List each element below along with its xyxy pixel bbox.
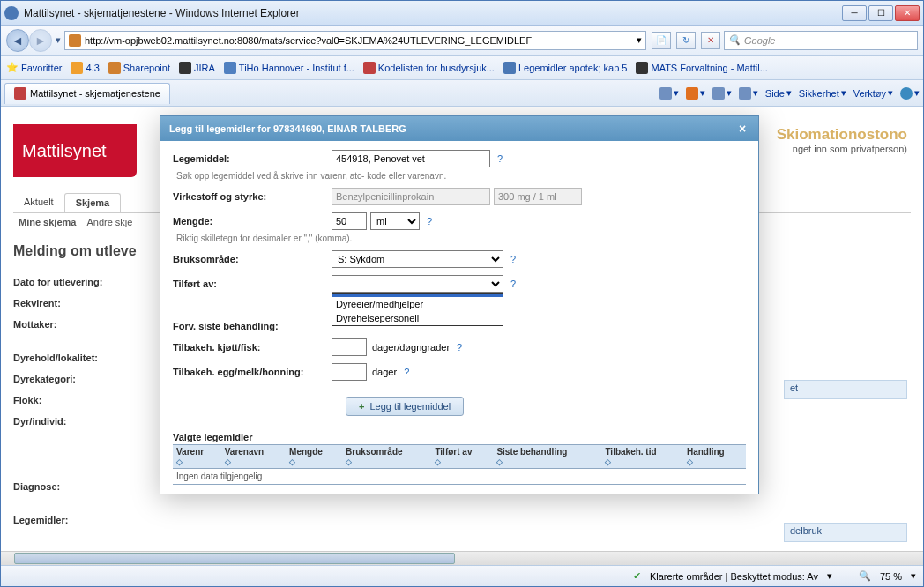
feeds-button[interactable]: ▾ xyxy=(686,87,705,100)
refresh-button[interactable]: ↻ xyxy=(676,32,696,49)
col-siste-behandling[interactable]: Siste behandling◇ xyxy=(493,445,601,469)
label-dato: Dato for utlevering: xyxy=(13,277,145,287)
site-icon xyxy=(363,62,376,74)
site-icon xyxy=(636,62,648,74)
fav-item-kodelisten[interactable]: Kodelisten for husdyrsjuk... xyxy=(363,62,495,74)
subtab-andre[interactable]: Andre skje xyxy=(86,217,132,227)
window-title: Mattilsynet - skjematjenestene - Windows… xyxy=(24,7,842,19)
compat-button[interactable]: 📄 xyxy=(652,32,671,49)
bg-stub-1[interactable]: et xyxy=(784,380,907,399)
label-tilfort: Tilført av: xyxy=(173,279,332,289)
address-bar[interactable]: http://vm-opjbweb02.mattilsynet.no:8080/… xyxy=(64,31,646,50)
horizontal-scrollbar[interactable] xyxy=(1,551,923,565)
fav-item-jira[interactable]: JIRA xyxy=(179,62,215,74)
stop-button[interactable]: ✕ xyxy=(701,32,720,49)
tab-aktuelt[interactable]: Aktuelt xyxy=(13,193,64,212)
site-icon xyxy=(503,62,516,74)
tilfort-option-dyrehelse[interactable]: Dyrehelsepersonell xyxy=(332,311,503,325)
bg-stub-2[interactable]: delbruk xyxy=(784,523,907,542)
label-rekvirent: Rekvirent: xyxy=(13,298,145,308)
help-icon[interactable]: ? xyxy=(510,279,516,289)
tab-bar: Mattilsynet - skjematjenestene ▾ ▾ ▾ ▾ S… xyxy=(1,80,923,107)
dialog-titlebar: Legg til legemidler for 978344690, EINAR… xyxy=(160,116,758,141)
favorites-button[interactable]: ⭐Favoritter xyxy=(6,62,62,73)
ie-icon xyxy=(4,6,19,20)
help-button[interactable]: ▾ xyxy=(900,87,920,100)
add-legemiddel-button[interactable]: + Legg til legemiddel xyxy=(346,397,464,416)
add-legemidler-dialog: Legg til legemidler for 978344690, EINAR… xyxy=(160,115,759,494)
sort-icon: ◇ xyxy=(225,457,231,466)
label-tilbak-egg: Tilbakeh. egg/melk/honning: xyxy=(173,367,332,377)
help-icon[interactable]: ? xyxy=(510,254,516,264)
col-tilfort[interactable]: Tilført av◇ xyxy=(431,445,493,469)
col-bruksomrade[interactable]: Bruksområde◇ xyxy=(342,445,431,469)
tab-skjema[interactable]: Skjema xyxy=(64,193,122,212)
mail-button[interactable]: ▾ xyxy=(712,87,732,100)
mengde-unit-select[interactable]: ml xyxy=(370,212,420,230)
status-protected-icon[interactable]: ▾ xyxy=(827,570,832,582)
bruksomrade-select[interactable]: S: Sykdom xyxy=(332,250,503,268)
fav-item-mats[interactable]: MATS Forvaltning - Mattil... xyxy=(636,62,767,74)
zoom-icon[interactable]: 🔍 xyxy=(859,570,871,582)
sort-icon: ◇ xyxy=(346,457,352,466)
col-mengde[interactable]: Mengde◇ xyxy=(286,445,342,469)
search-box[interactable]: 🔍 Google xyxy=(724,31,918,50)
bg-banner: Skiomationostono xyxy=(777,126,907,144)
page-menu[interactable]: Side ▾ xyxy=(765,87,792,99)
fav-item-legemidler[interactable]: Legemidler apotek; kap 5 xyxy=(503,62,628,74)
tools-menu[interactable]: Verktøy ▾ xyxy=(853,87,893,99)
page-favicon xyxy=(14,87,26,100)
safety-menu[interactable]: Sikkerhet ▾ xyxy=(799,87,846,99)
print-icon xyxy=(739,87,751,100)
print-button[interactable]: ▾ xyxy=(739,87,758,100)
status-bar: ✔ Klarerte områder | Beskyttet modus: Av… xyxy=(1,565,923,586)
page-tab[interactable]: Mattilsynet - skjematjenestene xyxy=(4,83,170,104)
maximize-button[interactable]: ☐ xyxy=(868,5,893,21)
tilfort-select[interactable] xyxy=(332,275,503,293)
tilbak-egg-input[interactable] xyxy=(332,363,367,381)
star-icon: ⭐ xyxy=(6,62,19,73)
close-button[interactable]: ✕ xyxy=(895,5,920,21)
legemiddel-input[interactable] xyxy=(332,150,490,167)
subtab-mine-skjema[interactable]: Mine skjema xyxy=(19,217,76,227)
help-icon xyxy=(900,87,913,100)
help-icon[interactable]: ? xyxy=(404,367,409,377)
forward-button[interactable]: ► xyxy=(29,29,52,52)
label-legemiddel: Legemiddel: xyxy=(173,153,332,164)
dialog-close-icon[interactable]: × xyxy=(735,122,749,136)
tilbak-kjott-input[interactable] xyxy=(332,338,367,356)
home-button[interactable]: ▾ xyxy=(659,87,679,100)
valgte-legemidler-table: Varenr◇ Varenavn◇ Mengde◇ Bruksområde◇ T… xyxy=(173,444,746,485)
col-tilbakeh-tid[interactable]: Tilbakeh. tid◇ xyxy=(601,445,683,469)
tilfort-option-dyreeier[interactable]: Dyreeier/medhjelper xyxy=(332,297,503,311)
help-icon[interactable]: ? xyxy=(457,342,462,353)
site-icon xyxy=(179,62,191,74)
table-empty-row: Ingen data tilgjengelig xyxy=(173,469,746,485)
fav-item-rating[interactable]: 4.3 xyxy=(71,62,99,74)
label-flokk: Flokk: xyxy=(13,395,145,405)
col-varenr[interactable]: Varenr◇ xyxy=(173,445,221,469)
search-placeholder: Google xyxy=(744,35,775,46)
label-dyrindivid: Dyr/individ: xyxy=(13,416,145,427)
fav-item-sharepoint[interactable]: Sharepoint xyxy=(108,62,170,74)
col-handling[interactable]: Handling◇ xyxy=(683,445,746,469)
page-tab-label: Mattilsynet - skjematjenestene xyxy=(30,88,160,99)
sort-icon: ◇ xyxy=(289,457,295,466)
zoom-dropdown-icon[interactable]: ▾ xyxy=(911,570,916,582)
help-icon[interactable]: ? xyxy=(427,216,432,227)
history-dropdown-icon[interactable]: ▾ xyxy=(56,34,61,46)
nav-toolbar: ◄ ► ▾ http://vm-opjbweb02.mattilsynet.no… xyxy=(1,26,923,56)
back-button[interactable]: ◄ xyxy=(6,29,29,52)
scrollbar-thumb[interactable] xyxy=(14,553,455,564)
sort-icon: ◇ xyxy=(176,457,183,466)
rss-icon xyxy=(686,87,698,100)
hint-mengde: Riktig skilletegn for desimaler er "," (… xyxy=(173,234,746,243)
col-varenavn[interactable]: Varenavn◇ xyxy=(221,445,286,469)
fav-item-tiho[interactable]: TiHo Hannover - Institut f... xyxy=(224,62,354,74)
mengde-input[interactable] xyxy=(332,212,367,230)
help-icon[interactable]: ? xyxy=(497,153,503,164)
minimize-button[interactable]: ─ xyxy=(842,5,867,21)
label-legemidler: Legemidler: xyxy=(13,515,145,525)
addr-dropdown-icon[interactable]: ▾ xyxy=(637,34,642,46)
site-icon xyxy=(108,62,121,74)
